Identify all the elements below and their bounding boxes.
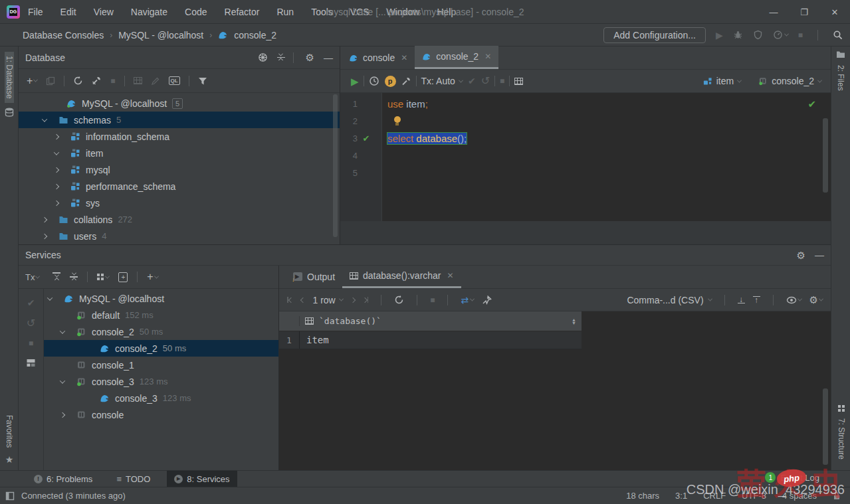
stop-icon[interactable]: ■ xyxy=(500,77,504,85)
tool-button-files[interactable]: 2: Files xyxy=(836,61,845,95)
service-row-console2-result[interactable]: console_2 50 ms xyxy=(44,340,278,357)
inspection-status-check-icon[interactable]: ✔ xyxy=(807,98,816,110)
execute-play-icon[interactable]: ▶ xyxy=(351,76,359,86)
output-scrollbar[interactable] xyxy=(823,388,828,465)
debug-bug-icon[interactable] xyxy=(733,30,743,40)
add-configuration-button[interactable]: Add Configuration... xyxy=(603,27,706,43)
open-in-new-tab-icon[interactable]: + xyxy=(118,272,128,282)
rollback-icon[interactable]: ↺ xyxy=(481,76,490,86)
stop-icon[interactable]: ■ xyxy=(798,31,803,39)
hide-panel-icon[interactable]: — xyxy=(815,250,824,260)
tree-row-item[interactable]: item xyxy=(19,145,340,161)
tree-row-schemas[interactable]: schemas 5 xyxy=(19,112,340,128)
menu-edit[interactable]: Edit xyxy=(60,7,76,17)
tool-button-database[interactable]: 1: Database xyxy=(5,52,14,103)
tab-output[interactable]: ▶↓ Output xyxy=(286,265,342,288)
tool-windows-icon[interactable] xyxy=(5,491,15,501)
tab-console[interactable]: console ✕ xyxy=(342,46,415,69)
table-data-icon[interactable] xyxy=(134,77,142,84)
stop-icon[interactable]: ■ xyxy=(29,339,33,347)
code-editor[interactable]: 1 2 3✔ 4 5 use item; select database(); … xyxy=(340,93,831,221)
profiler-icon[interactable] xyxy=(773,30,788,40)
tool-button-services[interactable]: ▶ 8: Services xyxy=(167,471,237,487)
tree-row-performance-schema[interactable]: performance_schema xyxy=(19,178,340,195)
minimize-button[interactable]: — xyxy=(758,0,789,24)
add-service-icon[interactable]: + xyxy=(147,272,158,282)
service-row-default[interactable]: default 152 ms xyxy=(44,307,278,323)
panel-settings-gear-icon[interactable]: ⚙ xyxy=(306,52,314,62)
menu-view[interactable]: View xyxy=(94,7,114,17)
breadcrumb-console[interactable]: console_2 xyxy=(234,30,276,41)
service-row-console1[interactable]: console_1 xyxy=(44,357,278,373)
breadcrumb-datasource[interactable]: MySQL - @localhost xyxy=(118,30,203,41)
caret-position[interactable]: 3:1 xyxy=(675,491,687,501)
grid-row-1[interactable]: 1 item xyxy=(279,331,582,349)
stop-icon[interactable]: ■ xyxy=(430,296,435,304)
code-content[interactable]: use item; select database(); xyxy=(382,93,831,221)
grid-cell-database[interactable]: item xyxy=(299,331,465,349)
collapse-all-icon[interactable] xyxy=(277,53,285,62)
edit-pencil-icon[interactable] xyxy=(151,76,160,86)
collapse-all-icon[interactable] xyxy=(70,272,78,282)
coverage-shield-icon[interactable] xyxy=(753,30,763,40)
breadcrumb-database-consoles[interactable]: Database Consoles xyxy=(23,30,104,41)
service-row-console2-session[interactable]: console_2 50 ms xyxy=(44,323,278,340)
maximize-button[interactable]: ❐ xyxy=(789,0,819,24)
history-clock-icon[interactable] xyxy=(369,76,379,86)
view-as-table-icon[interactable] xyxy=(514,78,523,85)
stop-icon[interactable]: ■ xyxy=(110,77,115,85)
database-scrollbar[interactable] xyxy=(333,94,338,237)
group-by-icon[interactable] xyxy=(97,274,109,280)
tool-button-structure[interactable]: 7: Structure xyxy=(837,414,846,463)
duplicate-icon[interactable] xyxy=(46,76,55,86)
tree-row-collations[interactable]: collations 272 xyxy=(19,211,340,228)
tab-console-2[interactable]: console_2 ✕ xyxy=(415,46,498,69)
layout-icon[interactable] xyxy=(26,358,36,368)
download-icon[interactable]: ↓ xyxy=(738,296,745,304)
page-size-selector[interactable]: 1 row xyxy=(313,295,343,305)
hide-panel-icon[interactable]: — xyxy=(324,53,333,62)
close-button[interactable]: ✕ xyxy=(819,0,850,24)
tree-row-mysql[interactable]: mysql xyxy=(19,161,340,178)
schema-switcher[interactable]: item xyxy=(703,76,741,86)
first-page-icon[interactable] xyxy=(287,297,293,303)
intention-bulb-icon[interactable] xyxy=(393,116,401,126)
last-page-icon[interactable] xyxy=(363,297,369,303)
service-row-datasource[interactable]: MySQL - @localhost xyxy=(44,290,278,307)
grid-column-header[interactable]: `database()` ▲▼ xyxy=(299,316,582,326)
commit-check-icon[interactable]: ✔ xyxy=(468,76,476,86)
tool-button-favorites[interactable]: Favorites xyxy=(5,411,14,452)
expand-all-icon[interactable] xyxy=(53,272,60,282)
tree-row-sys[interactable]: sys xyxy=(19,195,340,211)
filter-funnel-icon[interactable] xyxy=(198,76,207,86)
menu-file[interactable]: File xyxy=(28,7,43,17)
export-format-selector[interactable]: Comma-...d (CSV) xyxy=(627,295,711,305)
profiler-dropdown-icon[interactable] xyxy=(784,32,789,37)
menu-navigate[interactable]: Navigate xyxy=(131,7,167,17)
sort-icon[interactable]: ▲▼ xyxy=(572,318,576,325)
add-datasource-icon[interactable]: + xyxy=(27,76,37,86)
search-everywhere-icon[interactable] xyxy=(833,30,843,41)
tx-icon[interactable]: Tx xyxy=(25,273,39,282)
upload-icon[interactable]: ↑ xyxy=(753,296,760,304)
tree-row-information-schema[interactable]: information_schema xyxy=(19,128,340,145)
tab-result-database-varchar[interactable]: database():varchar ✕ xyxy=(342,265,461,288)
menu-code[interactable]: Code xyxy=(185,7,207,17)
close-tab-icon[interactable]: ✕ xyxy=(447,271,454,280)
service-row-console3-result[interactable]: console_3 123 ms xyxy=(44,390,278,406)
tree-row-datasource[interactable]: MySQL - @localhost 5 xyxy=(19,95,340,112)
refresh-icon[interactable] xyxy=(73,76,83,86)
service-row-console3-session[interactable]: console_3 123 ms xyxy=(44,373,278,390)
tree-row-users[interactable]: users 4 xyxy=(19,228,340,244)
rollback-icon[interactable]: ↺ xyxy=(27,318,35,329)
datasource-properties-wrench-icon[interactable] xyxy=(92,76,102,86)
previous-page-icon[interactable] xyxy=(301,298,305,302)
menu-run[interactable]: Run xyxy=(276,7,294,17)
next-page-icon[interactable] xyxy=(351,298,355,302)
menu-refactor[interactable]: Refactor xyxy=(225,7,260,17)
session-switcher[interactable]: console_2 xyxy=(758,76,821,86)
globe-icon[interactable] xyxy=(258,52,268,62)
tool-button-problems[interactable]: ! 6: Problems xyxy=(27,471,100,487)
jump-to-console-icon[interactable]: QL xyxy=(169,76,180,85)
tool-button-todo[interactable]: ≡ TODO xyxy=(109,471,158,487)
